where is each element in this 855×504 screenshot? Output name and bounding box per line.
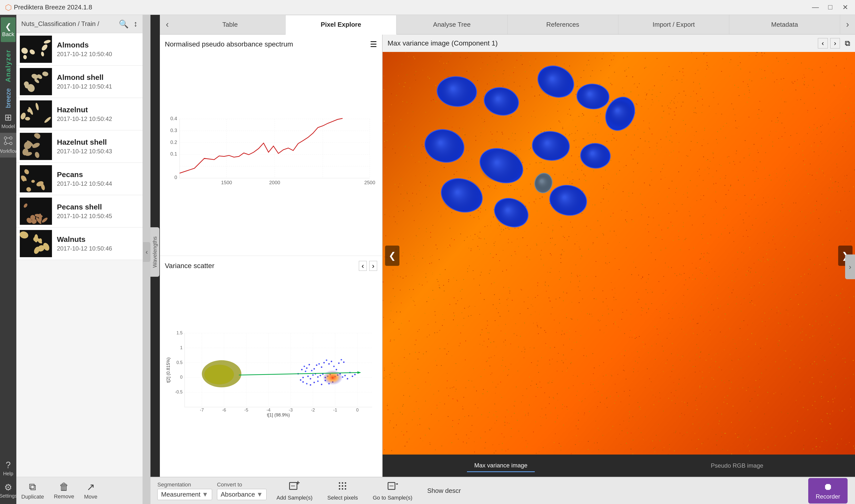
image-panel: Max variance image (Component 1) ‹ › ⧉ ❮… — [383, 35, 855, 477]
variance-title: Variance scatter — [165, 262, 214, 270]
svg-point-83 — [304, 366, 305, 367]
bottom-toolbar: Segmentation Measurement ▼ Convert to Ab… — [150, 477, 855, 504]
spectrum-chart-area: 0.4 0.3 0.2 0.1 0 1500 2000 2500 — [165, 51, 377, 251]
convert-to-select[interactable]: Absorbance ▼ — [217, 489, 267, 500]
main-content: ‹ Table Pixel Explore Analyse Tree Refer… — [160, 15, 855, 477]
help-button[interactable]: ? Help — [1, 460, 16, 477]
image-nav-next-button[interactable]: › — [830, 38, 840, 49]
back-button[interactable]: ❮ Back — [1, 17, 16, 42]
sidebar-item-model[interactable]: ⊞ Model — [0, 109, 16, 133]
image-footer: Max variance image Pseudo RGB image — [383, 454, 855, 477]
model-label: Model — [1, 124, 15, 129]
sample-header: Nuts_Classification / Train / 🔍 ↕ — [16, 15, 142, 33]
sidebar-bottom: ? Help ⚙ Settings — [1, 460, 16, 504]
svg-point-95 — [333, 366, 335, 367]
right-panel-collapse-button[interactable]: › — [845, 254, 855, 279]
svg-point-119 — [342, 482, 343, 484]
wavelengths-panel-handle[interactable]: Wavelengths — [151, 227, 159, 277]
sidebar-item-workflow[interactable]: Workflow — [0, 133, 16, 158]
duplicate-icon: ⧉ — [29, 481, 36, 493]
tab-prev-button[interactable]: ‹ — [160, 15, 175, 34]
sample-date: 2017-10-12 10:50:43 — [57, 148, 139, 155]
svg-point-116 — [339, 482, 340, 484]
sample-path: Nuts_Classification / Train / — [21, 20, 115, 28]
image-left-nav[interactable]: ❮ — [385, 246, 399, 266]
back-chevron-icon: ❮ — [5, 22, 12, 31]
tabs: ‹ Table Pixel Explore Analyse Tree Refer… — [160, 15, 855, 35]
tab-pixel-explore[interactable]: Pixel Explore — [285, 15, 397, 35]
svg-point-84 — [306, 367, 308, 369]
list-item[interactable]: Pecans 2017-10-12 10:50:44 — [16, 163, 142, 195]
list-item[interactable]: Almond shell 2017-10-12 10:50:41 — [16, 66, 142, 98]
svg-point-124 — [345, 488, 346, 490]
sample-name: Almond shell — [57, 73, 139, 82]
svg-text:1500: 1500 — [221, 180, 232, 185]
list-item[interactable]: Pecans shell 2017-10-12 10:50:45 — [16, 195, 142, 228]
svg-point-92 — [326, 360, 327, 361]
sample-info: Hazelnut shell 2017-10-12 10:50:43 — [57, 138, 139, 155]
pseudo-rgb-button[interactable]: Pseudo RGB image — [703, 460, 771, 472]
panel-collapse-button[interactable]: ‹ — [143, 242, 151, 262]
settings-label: Settings — [0, 493, 17, 499]
svg-point-2 — [4, 142, 7, 145]
svg-text:-6: -6 — [222, 408, 226, 413]
list-item[interactable]: Walnuts 2017-10-12 10:50:46 — [16, 228, 142, 260]
layers-icon[interactable]: ⧉ — [845, 39, 850, 48]
add-samples-button[interactable]: Add Sample(s) — [272, 479, 317, 503]
svg-text:2000: 2000 — [269, 180, 280, 185]
show-description-button[interactable]: Show descr — [422, 484, 466, 497]
settings-button[interactable]: ⚙ Settings — [1, 482, 16, 499]
svg-point-96 — [335, 369, 337, 371]
segmentation-dropdown-icon: ▼ — [202, 491, 208, 498]
remove-button[interactable]: 🗑 Remove — [54, 481, 74, 500]
minimize-button[interactable]: — — [810, 3, 820, 11]
select-pixels-button[interactable]: Select pixels — [322, 479, 363, 503]
segmentation-select[interactable]: Measurement ▼ — [157, 489, 212, 500]
recorder-button[interactable]: ⏺ Recorder — [808, 478, 848, 504]
tab-references[interactable]: References — [508, 15, 618, 34]
tab-table[interactable]: Table — [175, 15, 285, 34]
maximize-button[interactable]: □ — [825, 3, 835, 11]
trash-icon: 🗑 — [59, 481, 69, 492]
close-button[interactable]: ✕ — [840, 3, 850, 11]
image-nav-prev-button[interactable]: ‹ — [818, 38, 827, 49]
svg-text:0: 0 — [356, 408, 359, 413]
select-pixels-label: Select pixels — [327, 494, 358, 501]
sample-info: Almond shell 2017-10-12 10:50:41 — [57, 73, 139, 90]
max-variance-button[interactable]: Max variance image — [467, 460, 535, 472]
svg-point-101 — [306, 383, 308, 384]
add-samples-label: Add Sample(s) — [276, 494, 313, 501]
svg-text:0.3: 0.3 — [170, 128, 177, 133]
variance-title-row: Variance scatter ‹ › — [165, 261, 377, 271]
tab-next-button[interactable]: › — [840, 15, 855, 34]
list-item[interactable]: Hazelnut 2017-10-12 10:50:42 — [16, 98, 142, 130]
svg-point-103 — [314, 382, 315, 383]
variance-next-button[interactable]: › — [369, 261, 377, 271]
segmentation-group: Segmentation Measurement ▼ — [157, 482, 212, 500]
sample-footer: ⧉ Duplicate 🗑 Remove ↗ Move — [16, 477, 142, 504]
duplicate-button[interactable]: ⧉ Duplicate — [21, 481, 44, 500]
list-item[interactable]: Almonds 2017-10-12 10:50:40 — [16, 33, 142, 66]
back-label: Back — [2, 31, 14, 38]
svg-point-80 — [352, 375, 353, 377]
svg-text:-2: -2 — [311, 408, 315, 413]
remove-label: Remove — [54, 493, 74, 500]
tab-import-export[interactable]: Import / Export — [618, 15, 729, 34]
search-icon[interactable]: 🔍 — [119, 19, 129, 29]
sample-thumbnail — [20, 101, 52, 128]
tab-metadata[interactable]: Metadata — [729, 15, 840, 34]
sample-date: 2017-10-12 10:50:44 — [57, 180, 139, 187]
move-label: Move — [84, 493, 98, 500]
help-icon: ? — [6, 460, 11, 470]
go-to-sample-button[interactable]: Go to Sample(s) — [368, 479, 417, 503]
sample-date: 2017-10-12 10:50:42 — [57, 115, 139, 122]
spectrum-menu-icon[interactable]: ☰ — [370, 40, 377, 49]
variance-prev-button[interactable]: ‹ — [359, 261, 367, 271]
svg-text:-0.5: -0.5 — [175, 390, 182, 394]
sort-icon[interactable]: ↕ — [134, 19, 138, 29]
sample-name: Pecans shell — [57, 203, 139, 211]
tab-analyse-tree[interactable]: Analyse Tree — [397, 15, 507, 34]
list-item[interactable]: Hazelnut shell 2017-10-12 10:50:43 — [16, 130, 142, 163]
move-button[interactable]: ↗ Move — [84, 481, 98, 500]
spectrum-title: Normalised pseudo absorbance spectrum — [165, 40, 293, 48]
